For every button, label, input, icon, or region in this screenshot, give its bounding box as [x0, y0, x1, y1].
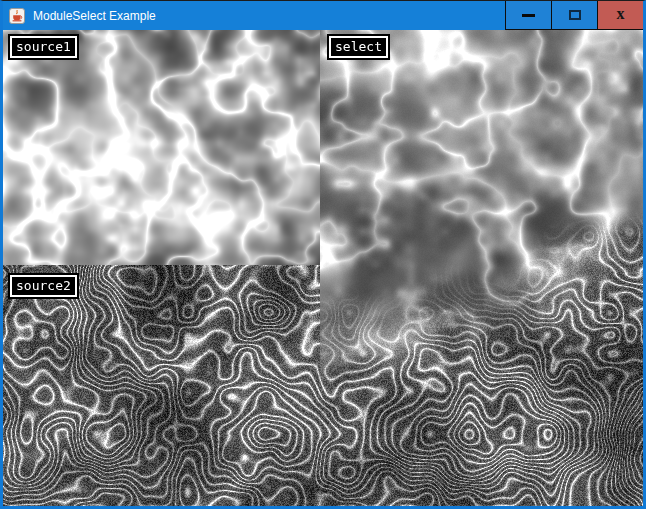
- maximize-icon: [569, 10, 581, 20]
- source1-label: source1: [10, 36, 77, 58]
- maximize-button[interactable]: [551, 1, 597, 30]
- titlebar[interactable]: ModuleSelect Example x: [3, 1, 643, 30]
- select-label: select: [329, 36, 388, 58]
- source1-image: [3, 30, 320, 265]
- source2-label: source2: [10, 275, 77, 297]
- source2-image: [3, 265, 320, 506]
- window-title: ModuleSelect Example: [33, 9, 156, 23]
- client-area: source1 select source2: [3, 30, 643, 506]
- app-window: ModuleSelect Example x source1 select so…: [0, 0, 646, 509]
- close-button[interactable]: x: [597, 1, 643, 30]
- java-app-icon: [9, 8, 25, 24]
- close-icon: x: [617, 6, 625, 22]
- window-controls: x: [505, 1, 643, 30]
- minimize-button[interactable]: [505, 1, 551, 30]
- minimize-icon: [522, 14, 535, 17]
